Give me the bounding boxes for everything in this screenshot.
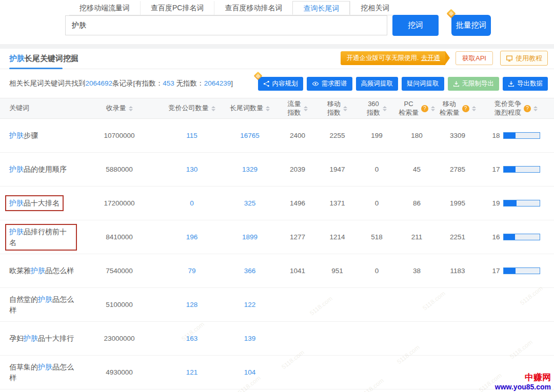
- site-name: 中赚网: [495, 373, 551, 383]
- toolbar-button-4[interactable]: 无限制导出: [448, 77, 500, 91]
- competition-bar: [503, 166, 540, 173]
- sort-icon[interactable]: [383, 106, 387, 111]
- batch-dig-words-button[interactable]: 批量挖词: [451, 15, 491, 36]
- sort-icon[interactable]: [343, 106, 347, 111]
- column-label: 长尾词数量: [230, 104, 263, 112]
- toolbar-button-2[interactable]: 高频词提取: [356, 77, 399, 91]
- toolbar-button-label: 导出数据: [517, 79, 543, 88]
- bidding-company-count-cell-link[interactable]: 128: [186, 301, 198, 308]
- bidding-company-count-cell: 0: [162, 187, 222, 220]
- bidding-company-count-cell-link[interactable]: 115: [186, 132, 197, 139]
- table-body: 护肤步骤107000001151676524002255199180330918…: [0, 119, 554, 389]
- download-icon: [453, 80, 460, 87]
- competition-value: 17: [492, 267, 500, 275]
- keyword-link[interactable]: 自然堂的护肤品怎么样: [9, 295, 74, 314]
- bidding-company-count-cell-link[interactable]: 163: [186, 335, 198, 342]
- longtail-count-cell-link[interactable]: 104: [244, 368, 256, 376]
- pc-search-volume-cell: 180: [397, 119, 437, 153]
- help-icon[interactable]: ?: [524, 105, 531, 112]
- tab-related-words[interactable]: 挖相关词: [350, 1, 400, 15]
- sort-icon[interactable]: [533, 106, 538, 111]
- mobile-index-cell: 1214: [318, 220, 357, 254]
- column-header-5[interactable]: 移动指数: [318, 98, 357, 119]
- pc-search-volume-cell: 45: [397, 153, 437, 187]
- tab-baidu-mobile-ranking-words[interactable]: 查百度移动排名词: [214, 1, 292, 15]
- tab-baidu-pc-ranking-words[interactable]: 查百度PC排名词: [140, 1, 214, 15]
- keyword-annotated[interactable]: 护肤品排行榜前十名: [5, 224, 77, 251]
- keyword-link[interactable]: 护肤步骤: [9, 131, 38, 139]
- longtail-count-cell-link[interactable]: 366: [244, 267, 256, 275]
- column-header-6[interactable]: 360指数: [357, 98, 397, 119]
- toolbar-button-1[interactable]: 需求图谱: [307, 77, 352, 91]
- longtail-count-cell-link[interactable]: 139: [244, 335, 256, 342]
- tab-longtail-word-query[interactable]: 查询长尾词: [292, 1, 350, 15]
- toolbar-button-0[interactable]: 内容规划: [258, 77, 303, 91]
- flow-index-cell: [278, 288, 318, 322]
- bidding-company-count-cell-link[interactable]: 121: [186, 368, 198, 376]
- bidding-company-count-cell: 163: [162, 322, 222, 356]
- bidding-company-count-cell-link[interactable]: 196: [186, 233, 198, 241]
- toolbar-button-label: 无限制导出: [462, 79, 494, 88]
- bidding-company-count-cell-link[interactable]: 79: [188, 267, 195, 275]
- column-label: 竞价公司数量: [169, 104, 209, 112]
- sort-icon[interactable]: [266, 106, 270, 111]
- column-header-7[interactable]: PC检索量?: [397, 98, 437, 119]
- pc-search-volume-cell: [397, 288, 437, 322]
- competition-bar: [503, 200, 540, 207]
- sort-icon[interactable]: [211, 106, 215, 111]
- bidding-company-count-cell-link[interactable]: 130: [186, 166, 198, 173]
- get-api-button[interactable]: 获取API: [456, 51, 493, 65]
- sort-icon[interactable]: [431, 106, 435, 111]
- column-label: 流量指数: [288, 100, 301, 117]
- table-row: 佰草集的护肤品怎么样4930000121104: [0, 356, 554, 389]
- toolbar-button-label: 内容规划: [272, 79, 298, 88]
- toolbar-button-5[interactable]: 导出数据: [503, 77, 548, 91]
- longtail-count-cell-link[interactable]: 122: [244, 301, 256, 308]
- stats-toolbar-row: 相关长尾词关键词共找到2064692条记录[有指数：453 无指数：206423…: [0, 69, 554, 98]
- banner-text: 开通企业版可享无限使用.: [347, 54, 419, 61]
- panel-header: 护肤长尾关键词挖掘 开通企业版可享无限使用.去开通 获取API 使用教程: [0, 49, 554, 69]
- mobile-index-cell: 951: [318, 254, 357, 288]
- longtail-count-cell-link[interactable]: 16765: [240, 132, 260, 139]
- sort-icon[interactable]: [472, 106, 476, 111]
- help-icon[interactable]: ?: [421, 105, 428, 112]
- title-rest: 长尾关键词挖掘: [25, 54, 78, 63]
- index-360-cell: 518: [357, 220, 397, 254]
- longtail-count-cell: 366: [222, 254, 278, 288]
- keyword-link[interactable]: 欧莱雅护肤品怎么样: [9, 266, 74, 275]
- tutorial-book-icon: [506, 55, 513, 62]
- bidding-company-count-cell-link[interactable]: 0: [190, 199, 194, 207]
- sort-icon[interactable]: [129, 106, 133, 111]
- toolbar-button-label: 需求图谱: [322, 79, 347, 88]
- dig-words-button[interactable]: 挖词: [392, 15, 439, 36]
- keyword-link[interactable]: 护肤品的使用顺序: [9, 165, 67, 173]
- keyword-link[interactable]: 孕妇护肤品十大排行: [9, 334, 74, 342]
- column-header-8[interactable]: 移动检索量?: [437, 98, 478, 119]
- table-row: 护肤品排行榜前十名8410000196189912771214518211225…: [0, 220, 554, 254]
- column-header-2[interactable]: 竞价公司数量: [162, 98, 222, 119]
- keyword-search-input[interactable]: [65, 15, 387, 35]
- column-label: 移动检索量: [440, 100, 460, 117]
- longtail-count-cell-link[interactable]: 1329: [242, 166, 258, 173]
- section-divider: [0, 44, 554, 49]
- keyword-link[interactable]: 佰草集的护肤品怎么样: [9, 363, 74, 382]
- longtail-count-cell-link[interactable]: 325: [244, 199, 256, 207]
- tutorial-button[interactable]: 使用教程: [500, 51, 548, 66]
- help-icon[interactable]: ?: [462, 105, 469, 112]
- column-header-4[interactable]: 流量指数: [278, 98, 318, 119]
- column-header-3[interactable]: 长尾词数量: [222, 98, 278, 119]
- bidding-company-count-cell: 79: [162, 254, 222, 288]
- index-360-cell: [357, 322, 397, 356]
- upgrade-link[interactable]: 去开通: [421, 54, 441, 61]
- keyword-cell: 佰草集的护肤品怎么样: [0, 356, 77, 389]
- tab-mobile-traffic-words[interactable]: 挖移动端流量词: [69, 1, 140, 15]
- column-header-9[interactable]: 竞价竞争激烈程度?: [478, 98, 554, 119]
- toolbar-button-3[interactable]: 疑问词提取: [402, 77, 444, 91]
- sort-icon[interactable]: [304, 106, 308, 111]
- keyword-annotated[interactable]: 护肤品十大排名: [5, 195, 64, 211]
- column-header-1[interactable]: 收录量: [77, 98, 162, 119]
- index-amount-cell: 17200000: [77, 187, 162, 220]
- longtail-count-cell-link[interactable]: 1899: [242, 233, 258, 241]
- table-row: 护肤品的使用顺序5880000130132920391947045278517: [0, 153, 554, 187]
- upgrade-enterprise-banner[interactable]: 开通企业版可享无限使用.去开通: [341, 51, 445, 65]
